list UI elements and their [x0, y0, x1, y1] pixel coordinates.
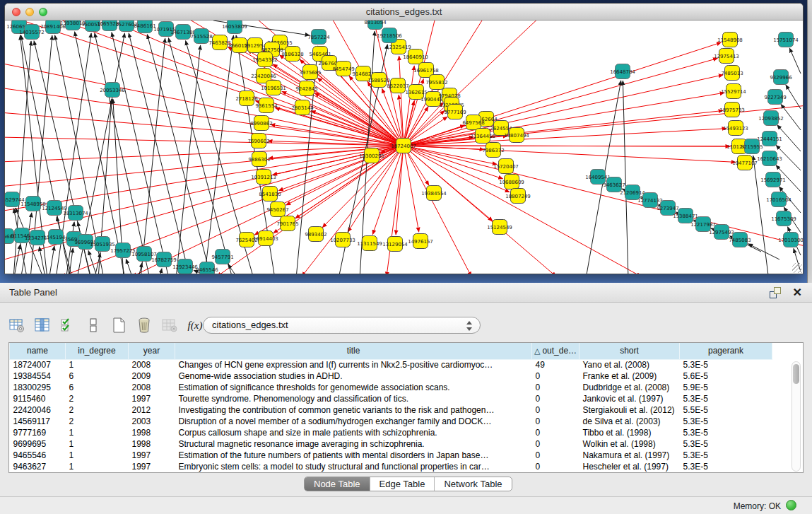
table-row[interactable]: 969969511998Structural magnetic resonanc… [10, 438, 792, 450]
table-cell[interactable]: Changes of HCN gene expression and I(f) … [175, 359, 532, 370]
network-node-yellow[interactable]: 7485013 [721, 66, 743, 81]
citation-edge-red[interactable] [404, 146, 743, 146]
table-cell[interactable]: Franke et al. (2009) [579, 370, 680, 382]
network-node-teal[interactable]: 12093852 [758, 111, 784, 126]
network-node-yellow[interactable]: 2718126 [235, 91, 258, 106]
network-node-yellow[interactable]: 14976157 [408, 234, 433, 249]
table-cell[interactable]: 5.3E-5 [680, 438, 772, 450]
citation-edge-red[interactable] [5, 146, 404, 162]
delete-table-button[interactable] [134, 315, 154, 335]
table-cell[interactable]: 0 [532, 370, 579, 382]
citation-edge-black[interactable] [159, 269, 162, 274]
table-cell[interactable]: Wolkin et al. (1998) [579, 438, 680, 450]
network-node-teal[interactable]: 16210643 [757, 151, 782, 166]
table-row[interactable]: 946362711997Embryonic stem cells: a mode… [10, 461, 792, 472]
table-cell[interactable]: 0 [532, 416, 579, 427]
table-cell[interactable]: Yano et al. (2008) [579, 359, 680, 370]
table-cell[interactable]: 1997 [129, 393, 175, 404]
network-node-yellow[interactable]: 15124549 [487, 220, 512, 235]
network-node-yellow[interactable]: 10391213 [251, 170, 276, 185]
table-cell[interactable]: 0 [532, 438, 579, 450]
network-node-teal[interactable]: 17016504 [766, 192, 792, 207]
table-row[interactable]: 977716911998Corpus callosum shape and si… [10, 427, 792, 438]
table-cell[interactable]: 5.9E-5 [680, 382, 772, 393]
table-cell[interactable]: 2 [66, 404, 129, 416]
table-cell[interactable]: 5.3E-5 [680, 461, 772, 472]
table-cell[interactable]: 5.5E-5 [680, 404, 772, 416]
network-node-yellow[interactable]: 13129054 [382, 237, 408, 252]
network-node-teal[interactable]: 9227349 [764, 90, 786, 105]
table-cell[interactable]: Nakamura et al. (1997) [579, 450, 680, 461]
table-cell[interactable]: 5.3E-5 [680, 393, 772, 404]
table-cell[interactable]: Disruption of a novel member of a sodium… [175, 416, 532, 427]
network-node-yellow[interactable]: 7986372 [482, 143, 504, 158]
column-header-year[interactable]: year [129, 343, 175, 359]
citation-edge-red[interactable] [404, 146, 419, 232]
network-node-yellow[interactable]: 7690602 [247, 134, 269, 148]
network-node-teal[interactable]: 15751074 [773, 33, 799, 47]
table-cell[interactable]: Genome-wide association studies in ADHD. [175, 370, 532, 382]
table-cell[interactable]: 1997 [129, 461, 175, 472]
column-header-title[interactable]: title [175, 343, 532, 359]
table-cell[interactable]: 2008 [129, 359, 175, 370]
network-node-yellow[interactable]: 9450267 [266, 202, 288, 217]
table-cell[interactable]: 6 [66, 382, 129, 393]
table-cell[interactable]: Estimation of the future numbers of pati… [175, 450, 532, 461]
network-node-yellow[interactable]: 15720407 [493, 159, 519, 174]
table-settings-button[interactable] [7, 315, 27, 335]
citation-edge-red[interactable] [404, 146, 736, 162]
table-row[interactable]: 911546021997Tourette syndrome. Phenomeno… [10, 393, 792, 404]
table-cell[interactable]: 1 [66, 438, 129, 450]
table-cell[interactable]: 2009 [129, 370, 175, 382]
network-node-yellow[interactable]: 10688609 [499, 175, 524, 189]
citation-edge-red[interactable] [396, 146, 404, 235]
table-cell[interactable]: 18724007 [10, 359, 66, 370]
table-cell[interactable]: Corpus callosum shape and size in male p… [175, 427, 532, 438]
table-cell[interactable]: 14569117 [10, 416, 66, 427]
network-node-yellow[interactable]: 9361554 [255, 98, 278, 113]
citation-edge-black[interactable] [126, 259, 134, 274]
table-cell[interactable]: Jankovic et al. (1997) [579, 393, 680, 404]
table-cell[interactable]: Investigating the contribution of common… [175, 404, 532, 416]
network-node-yellow[interactable]: 15529714 [721, 84, 746, 99]
table-row[interactable]: 1938455462009Genome-wide association stu… [10, 370, 792, 382]
citation-edge-black[interactable] [748, 244, 779, 259]
table-cell[interactable]: 2008 [129, 382, 175, 393]
row-height-button[interactable] [83, 315, 103, 335]
network-node-yellow[interactable]: 10207733 [330, 233, 355, 247]
table-cell[interactable]: Dudbridge et al. (2008) [579, 382, 680, 393]
tab-edge-table[interactable]: Edge Table [370, 477, 435, 491]
table-cell[interactable]: Embryonic stem cells: a model to study s… [175, 461, 532, 472]
table-cell[interactable]: 2003 [129, 416, 175, 427]
table-cell[interactable]: Estimation of significance thresholds fo… [175, 382, 532, 393]
table-cell[interactable]: 9465546 [10, 450, 66, 461]
table-cell[interactable]: 2 [66, 393, 129, 404]
citation-edge-red[interactable] [278, 146, 404, 191]
citation-edge-red[interactable] [387, 146, 404, 274]
scrollbar-thumb[interactable] [793, 364, 799, 384]
window-resize-grip[interactable] [792, 263, 802, 273]
table-cell[interactable]: 49 [532, 359, 579, 370]
citation-network-graph[interactable]: 1872400718300295193845547463822866012859… [5, 21, 803, 274]
table-cell[interactable]: 5.6E-5 [680, 370, 772, 382]
table-cell[interactable]: 5.3E-5 [680, 416, 772, 427]
table-cell[interactable]: Stergiakouli et al. (2012) [579, 404, 680, 416]
table-cell[interactable]: 1998 [129, 427, 175, 438]
table-selector-dropdown[interactable]: citations_edges.txt [203, 317, 481, 334]
table-cell[interactable]: 1998 [129, 438, 175, 450]
table-cell[interactable]: 2012 [129, 404, 175, 416]
network-node-yellow[interactable]: 18807249 [505, 189, 531, 204]
table-cell[interactable]: 9115460 [10, 393, 66, 404]
network-node-teal[interactable]: 9329966 [770, 70, 792, 85]
table-cell[interactable]: 0 [532, 461, 579, 472]
network-node-teal[interactable]: 9457791 [211, 250, 233, 264]
table-cell[interactable]: 9777169 [10, 427, 66, 438]
table-cell[interactable]: 0 [532, 450, 579, 461]
network-canvas[interactable]: 1872400718300295193845547463822866012859… [5, 21, 803, 274]
network-node-teal[interactable]: 8486161 [134, 21, 155, 33]
table-cell[interactable]: 22420046 [10, 404, 66, 416]
column-header-out_de[interactable]: △out_de… [532, 343, 579, 359]
table-vertical-scrollbar[interactable] [792, 361, 801, 472]
table-row[interactable]: 1872400712008Changes of HCN gene express… [10, 359, 792, 370]
table-cell[interactable]: 5.3E-5 [680, 450, 772, 461]
